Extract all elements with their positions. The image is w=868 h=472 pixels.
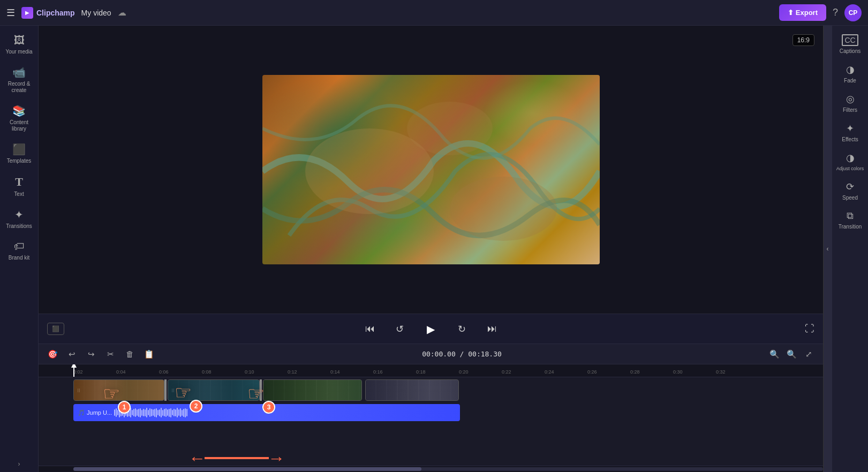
video-clip-3[interactable] (263, 379, 362, 401)
audio-track[interactable]: 🎵 Jump U... (73, 404, 460, 421)
split-button[interactable]: ✂ (103, 347, 118, 362)
waveform-bar (132, 410, 133, 415)
sidebar-label-text: Text (14, 191, 24, 197)
rewind-button[interactable]: ↺ (390, 319, 410, 339)
sidebar-item-brand-kit[interactable]: 🏷 Brand kit (2, 236, 36, 265)
skip-back-button[interactable]: ⏮ (360, 319, 380, 339)
zoom-out-button[interactable]: 🔍 (767, 347, 782, 362)
fast-forward-button[interactable]: ↻ (452, 319, 472, 339)
waveform-bar (185, 408, 186, 417)
templates-icon: ⬛ (12, 143, 26, 156)
avatar[interactable]: CP (844, 4, 862, 21)
delete-button[interactable]: 🗑 (122, 347, 137, 362)
waveform-bar (164, 409, 165, 416)
record-create-icon: 📹 (12, 66, 26, 79)
waveform-bar (141, 410, 142, 416)
timeline-area: 🎯 ↩ ↪ ✂ 🗑 📋 00:00.00 / 00:18.30 🔍 🔍 ⤢ (39, 344, 823, 472)
waveform-bar (186, 409, 187, 416)
topbar-left: ☰ Clipchamp My video ☁ (6, 7, 126, 19)
video-clip-1[interactable]: ⏸ (73, 379, 164, 401)
audio-track-row: 🎵 Jump U... (39, 403, 823, 422)
video-clip-2[interactable]: ⏸ (168, 379, 260, 401)
sidebar-item-filters[interactable]: ◎ Filters (834, 89, 866, 117)
video-thumbnail (262, 75, 600, 264)
waveform-bar (133, 409, 134, 416)
sidebar-item-adjust-colors[interactable]: ◑ Adjust colors (834, 148, 866, 176)
sidebar-item-your-media[interactable]: 🖼 Your media (2, 30, 36, 59)
help-button[interactable]: ? (833, 7, 838, 18)
sidebar-item-content-library[interactable]: 📚 Content library (2, 100, 36, 136)
fit-button[interactable]: ⤢ (802, 347, 817, 362)
drag-arrow: ← → (188, 450, 285, 467)
tick-030: 0:30 (673, 369, 716, 375)
collapse-icon: ‹ (827, 245, 829, 253)
waveform-bar (156, 408, 157, 417)
right-sidebar-collapse-button[interactable]: ‹ (823, 26, 832, 472)
skip-forward-button[interactable]: ⏭ (482, 319, 502, 339)
zoom-in-button[interactable]: 🔍 (784, 347, 799, 362)
total-time: 00:18.30 (468, 350, 502, 358)
sidebar-expand-btn[interactable]: › (18, 460, 20, 468)
video-title[interactable]: My video (81, 9, 111, 17)
logo-area: Clipchamp (21, 7, 75, 19)
tick-004: 0:04 (116, 369, 159, 375)
redo-button[interactable]: ↪ (84, 347, 99, 362)
captions-icon: CC (842, 34, 858, 46)
sidebar-item-text[interactable]: T Text (2, 171, 36, 202)
waveform-bar (178, 409, 179, 416)
scrollbar-track (73, 467, 823, 471)
undo-button[interactable]: ↩ (64, 347, 79, 362)
waveform-bar (117, 410, 118, 415)
topbar: ☰ Clipchamp My video ☁ ⬆ Export ? CP (0, 0, 868, 26)
sidebar-item-transition[interactable]: ⧉ Transition (834, 206, 866, 234)
cloud-save-icon: ☁ (118, 7, 126, 18)
menu-icon[interactable]: ☰ (6, 7, 15, 19)
export-button[interactable]: ⬆ Export (779, 4, 826, 21)
sidebar-label-record-create: Record & create (4, 81, 34, 94)
waveform-bar (125, 410, 126, 416)
speed-label: Speed (842, 195, 858, 201)
transition-handle-1[interactable] (164, 379, 167, 401)
waveform-bar (116, 408, 117, 417)
video-clip-4[interactable] (365, 379, 459, 401)
waveform-bar (165, 408, 167, 417)
sidebar-item-record-create[interactable]: 📹 Record & create (2, 62, 36, 98)
sidebar-item-transitions[interactable]: ✦ Transitions (2, 204, 36, 234)
sidebar-item-speed[interactable]: ⟳ Speed (834, 177, 866, 205)
timeline-time: 00:00.00 / 00:18.30 (422, 350, 502, 358)
fullscreen-button[interactable]: ⛶ (805, 323, 814, 334)
transitions-icon: ✦ (14, 208, 24, 221)
scrollbar-thumb[interactable] (73, 467, 421, 471)
waveform-bar (151, 409, 152, 416)
sidebar-item-templates[interactable]: ⬛ Templates (2, 139, 36, 169)
adjust-colors-icon: ◑ (846, 152, 855, 164)
sidebar-label-your-media: Your media (5, 49, 32, 55)
waveform-bar (182, 410, 183, 416)
aspect-ratio-badge[interactable]: 16:9 (792, 34, 814, 46)
waveform-bar (119, 408, 120, 417)
waveform-bar (169, 409, 170, 417)
sidebar-item-fade[interactable]: ◑ Fade (834, 59, 866, 88)
fade-icon: ◑ (846, 64, 855, 75)
waveform-bar (162, 410, 163, 416)
copy-button[interactable]: 📋 (141, 347, 156, 362)
sidebar-item-effects[interactable]: ✦ Effects (834, 118, 866, 147)
transition-label: Transition (839, 224, 862, 230)
waveform-bar (180, 408, 181, 417)
video-frame (262, 75, 600, 264)
tick-020: 0:20 (459, 369, 502, 375)
tick-008: 0:08 (202, 369, 245, 375)
sidebar-item-captions[interactable]: CC Captions (834, 30, 866, 58)
tick-012: 0:12 (288, 369, 330, 375)
sidebar-label-content-library: Content library (4, 119, 34, 132)
waveform-bar (149, 408, 150, 417)
magnet-tool-button[interactable]: 🎯 (45, 347, 60, 362)
topbar-right: ⬆ Export ? CP (779, 4, 862, 21)
sidebar-label-brand-kit: Brand kit (9, 255, 29, 261)
video-track: ⏸ ⏸ (73, 379, 459, 401)
transition-handle-2[interactable] (260, 379, 262, 401)
playhead[interactable] (73, 364, 74, 377)
captions-button[interactable]: ⬛ (47, 323, 64, 335)
waveform-bar (170, 408, 171, 417)
play-button[interactable]: ▶ (420, 318, 442, 340)
